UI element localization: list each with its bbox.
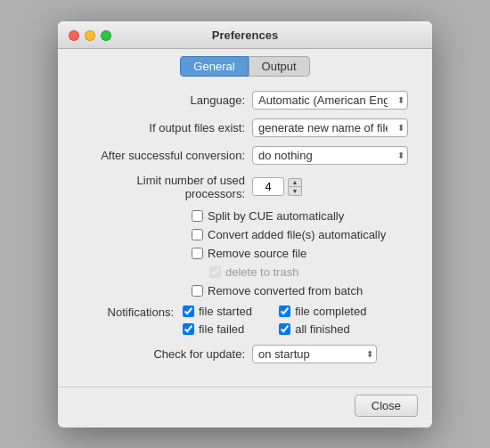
checkboxes-section: Split by CUE automatically Convert added… bbox=[192, 209, 414, 297]
file-completed-label: file completed bbox=[295, 305, 366, 318]
traffic-lights bbox=[69, 30, 111, 41]
processors-stepper: ▲ ▼ bbox=[252, 177, 302, 196]
after-conversion-select[interactable]: do nothing open folder quit bbox=[252, 146, 408, 165]
check-update-label: Check for update: bbox=[76, 347, 245, 361]
language-select-wrapper: Automatic (American English) bbox=[252, 91, 408, 110]
language-label: Language: bbox=[76, 94, 245, 107]
notifications-row: Notifications: file started file complet… bbox=[76, 305, 414, 336]
notif-file-failed: file failed bbox=[183, 322, 270, 336]
processors-input[interactable] bbox=[252, 177, 284, 196]
title-bar: Preferences bbox=[58, 21, 432, 49]
close-button[interactable]: Close bbox=[355, 395, 418, 417]
notif-file-completed: file completed bbox=[279, 305, 366, 318]
output-files-select-wrapper: generate new name of file overwrite skip bbox=[252, 118, 408, 137]
convert-added-checkbox[interactable] bbox=[192, 229, 203, 240]
convert-added-label: Convert added file(s) automatically bbox=[208, 228, 386, 241]
output-files-label: If output files exist: bbox=[76, 121, 245, 134]
processors-buttons: ▲ ▼ bbox=[288, 178, 302, 196]
delete-trash-row: delete to trash bbox=[192, 265, 414, 279]
footer: Close bbox=[58, 387, 432, 428]
notifications-label: Notifications: bbox=[76, 305, 174, 319]
split-cue-label: Split by CUE automatically bbox=[208, 209, 344, 223]
delete-trash-checkbox[interactable] bbox=[209, 266, 221, 278]
tab-output[interactable]: Output bbox=[249, 56, 310, 77]
notif-all-finished: all finished bbox=[279, 322, 366, 336]
window-title: Preferences bbox=[212, 29, 278, 42]
file-failed-checkbox[interactable] bbox=[183, 323, 194, 335]
maximize-light[interactable] bbox=[101, 30, 111, 41]
file-failed-label: file failed bbox=[199, 322, 244, 336]
output-files-select[interactable]: generate new name of file overwrite skip bbox=[252, 118, 408, 137]
remove-source-checkbox[interactable] bbox=[192, 248, 203, 259]
close-light[interactable] bbox=[69, 30, 79, 41]
all-finished-label: all finished bbox=[295, 322, 349, 336]
after-conversion-label: After successful conversion: bbox=[76, 149, 245, 162]
minimize-light[interactable] bbox=[85, 30, 95, 41]
processors-label: Limit number of used processors: bbox=[76, 174, 245, 200]
remove-batch-row: Remove converted from batch bbox=[192, 284, 414, 297]
preferences-window: Preferences General Output Language: Aut… bbox=[58, 21, 432, 428]
tab-general[interactable]: General bbox=[180, 56, 248, 77]
tab-bar: General Output bbox=[58, 49, 432, 82]
notif-file-started: file started bbox=[183, 305, 270, 318]
preferences-content: Language: Automatic (American English) I… bbox=[58, 82, 432, 387]
after-conversion-row: After successful conversion: do nothing … bbox=[76, 146, 414, 165]
file-completed-checkbox[interactable] bbox=[279, 305, 290, 317]
split-cue-row: Split by CUE automatically bbox=[192, 209, 414, 223]
remove-source-row: Remove source file bbox=[192, 247, 414, 260]
delete-trash-label: delete to trash bbox=[225, 265, 298, 279]
file-started-label: file started bbox=[199, 305, 252, 318]
check-update-row: Check for update: on startup daily weekl… bbox=[76, 345, 414, 363]
check-update-select-wrapper: on startup daily weekly never bbox=[252, 345, 377, 363]
file-started-checkbox[interactable] bbox=[183, 305, 194, 317]
processors-decrement[interactable]: ▼ bbox=[288, 187, 302, 196]
all-finished-checkbox[interactable] bbox=[279, 323, 290, 335]
notifications-grid: file started file completed file failed … bbox=[183, 305, 366, 336]
remove-source-label: Remove source file bbox=[208, 247, 306, 260]
remove-batch-checkbox[interactable] bbox=[192, 285, 203, 297]
processors-increment[interactable]: ▲ bbox=[288, 178, 302, 187]
output-files-row: If output files exist: generate new name… bbox=[76, 118, 414, 137]
check-update-select[interactable]: on startup daily weekly never bbox=[252, 345, 377, 363]
remove-batch-label: Remove converted from batch bbox=[208, 284, 363, 297]
convert-added-row: Convert added file(s) automatically bbox=[192, 228, 414, 241]
after-conversion-select-wrapper: do nothing open folder quit bbox=[252, 146, 408, 165]
split-cue-checkbox[interactable] bbox=[192, 210, 203, 222]
language-row: Language: Automatic (American English) bbox=[76, 91, 414, 110]
language-select[interactable]: Automatic (American English) bbox=[252, 91, 408, 110]
processors-row: Limit number of used processors: ▲ ▼ bbox=[76, 174, 414, 200]
